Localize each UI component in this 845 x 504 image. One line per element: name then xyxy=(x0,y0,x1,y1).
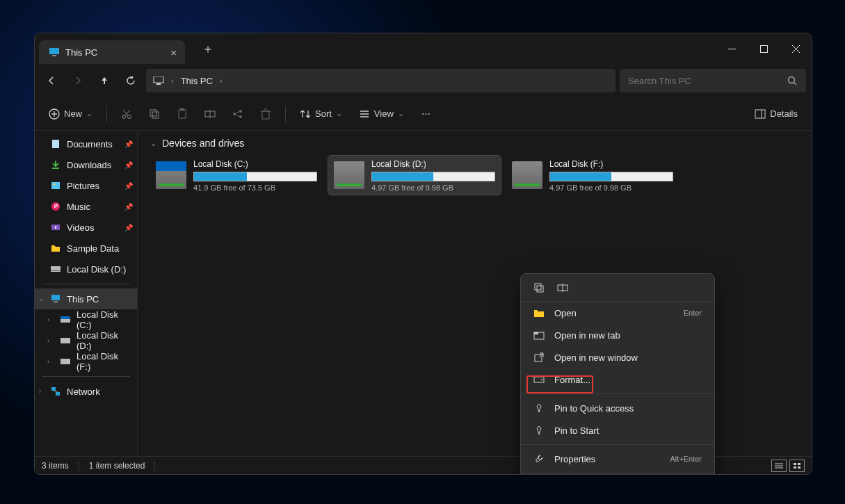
svg-line-9 xyxy=(794,83,797,86)
copy-icon[interactable] xyxy=(533,282,545,293)
new-tab-button[interactable]: ＋ xyxy=(196,38,220,60)
chevron-right-icon[interactable]: › xyxy=(39,388,41,395)
tab-this-pc[interactable]: This PC × xyxy=(39,40,185,64)
copy-button[interactable] xyxy=(142,102,167,126)
breadcrumb-location[interactable]: This PC xyxy=(181,76,213,86)
sidebar-item-this-pc[interactable]: ⌄This PC xyxy=(35,288,137,309)
sidebar-item-local-d-quick[interactable]: Local Disk (D:) xyxy=(35,259,137,279)
svg-rect-45 xyxy=(61,338,70,343)
svg-rect-35 xyxy=(51,182,60,189)
svg-rect-3 xyxy=(760,45,767,52)
drive-c[interactable]: Local Disk (C:) 41.9 GB free of 73.5 GB xyxy=(150,156,323,195)
sidebar: Documents📌 Downloads📌 Pictures📌 Music📌 V… xyxy=(35,131,138,456)
ctx-format[interactable]: Format... xyxy=(521,368,714,391)
pin-icon: 📌 xyxy=(124,224,133,231)
breadcrumb[interactable]: › This PC › xyxy=(146,69,615,92)
ctx-properties[interactable]: PropertiesAlt+Enter xyxy=(521,448,714,470)
status-items: 3 items xyxy=(42,461,69,471)
cut-button[interactable] xyxy=(114,102,139,126)
maximize-button[interactable] xyxy=(748,33,780,64)
svg-rect-0 xyxy=(49,48,59,54)
rename-button[interactable] xyxy=(198,102,223,126)
close-button[interactable] xyxy=(780,33,812,64)
list-view-button[interactable] xyxy=(771,460,787,472)
up-button[interactable] xyxy=(93,70,115,92)
paste-button[interactable] xyxy=(170,102,195,126)
more-button[interactable]: ⋯ xyxy=(414,102,439,126)
svg-rect-42 xyxy=(54,301,58,302)
svg-rect-55 xyxy=(534,332,538,334)
file-explorer-window: This PC × ＋ › This PC › New ⌄ xyxy=(34,33,812,475)
search-box[interactable] xyxy=(620,69,806,92)
svg-point-23 xyxy=(233,113,236,115)
share-button[interactable] xyxy=(225,102,250,126)
sidebar-item-downloads[interactable]: Downloads📌 xyxy=(35,154,137,175)
drive-icon xyxy=(60,335,71,346)
sidebar-item-sample-data[interactable]: Sample Data xyxy=(35,238,137,259)
chevron-right-icon[interactable]: › xyxy=(47,358,49,365)
sort-icon xyxy=(300,108,311,120)
ctx-pin-quick[interactable]: Pin to Quick access xyxy=(521,397,714,419)
music-icon xyxy=(50,201,61,212)
minimize-button[interactable] xyxy=(716,33,748,64)
details-pane-button[interactable]: Details xyxy=(748,102,805,126)
sort-button[interactable]: Sort ⌄ xyxy=(293,102,349,126)
storage-bar xyxy=(193,172,317,181)
ctx-open-win[interactable]: Open in new window xyxy=(521,346,714,368)
tab-close-icon[interactable]: × xyxy=(170,47,177,58)
svg-rect-66 xyxy=(794,463,796,465)
forward-button[interactable] xyxy=(67,70,89,92)
ctx-open-tab[interactable]: Open in new tab xyxy=(521,324,714,346)
search-input[interactable] xyxy=(628,76,781,86)
status-selected: 1 item selected xyxy=(89,461,145,471)
ctx-open[interactable]: OpenEnter xyxy=(521,302,714,324)
sidebar-item-local-d[interactable]: ›Local Disk (D:) xyxy=(35,330,137,351)
svg-point-24 xyxy=(239,110,242,113)
section-header[interactable]: ⌄ Devices and drives xyxy=(150,138,799,149)
sidebar-item-local-c[interactable]: ›Local Disk (C:) xyxy=(35,309,137,330)
chevron-right-icon[interactable]: › xyxy=(47,337,49,344)
chevron-down-icon: ⌄ xyxy=(86,109,92,118)
svg-rect-26 xyxy=(262,111,269,119)
sidebar-item-pictures[interactable]: Pictures📌 xyxy=(35,175,137,196)
chevron-down-icon[interactable]: ⌄ xyxy=(150,139,156,148)
pin-icon: 📌 xyxy=(124,203,133,211)
external-icon xyxy=(533,352,545,363)
svg-point-36 xyxy=(54,184,56,186)
grid-view-button[interactable] xyxy=(789,460,805,472)
sidebar-item-music[interactable]: Music📌 xyxy=(35,196,137,217)
chevron-down-icon[interactable]: ⌄ xyxy=(39,295,45,302)
svg-line-49 xyxy=(54,391,58,392)
refresh-button[interactable] xyxy=(120,70,142,92)
drive-icon xyxy=(334,161,364,189)
sidebar-item-documents[interactable]: Documents📌 xyxy=(35,133,137,154)
delete-button[interactable] xyxy=(253,102,278,126)
drive-d[interactable]: Local Disk (D:) 4.97 GB free of 9.98 GB xyxy=(328,156,501,195)
ellipsis-icon: ⋯ xyxy=(421,108,432,120)
rename-icon[interactable] xyxy=(557,282,568,293)
drive-icon xyxy=(512,161,542,189)
chevron-down-icon: ⌄ xyxy=(398,109,404,118)
drive-icon xyxy=(60,356,71,367)
ctx-pin-start[interactable]: Pin to Start xyxy=(521,419,714,441)
view-button[interactable]: View ⌄ xyxy=(352,102,411,126)
svg-rect-19 xyxy=(179,110,186,118)
new-button[interactable]: New ⌄ xyxy=(42,102,99,126)
trash-icon xyxy=(260,108,271,120)
drive-f[interactable]: Local Disk (F:) 4.97 GB free of 9.98 GB xyxy=(506,156,679,195)
document-icon xyxy=(50,138,61,149)
search-icon[interactable] xyxy=(787,75,798,86)
svg-rect-67 xyxy=(798,463,800,465)
back-button[interactable] xyxy=(40,70,63,92)
chevron-right-icon[interactable]: › xyxy=(47,316,49,323)
sidebar-item-local-f[interactable]: ›Local Disk (F:) xyxy=(35,351,137,372)
pin-icon: 📌 xyxy=(124,161,133,169)
chevron-right-icon[interactable]: › xyxy=(220,76,223,85)
sidebar-item-videos[interactable]: Videos📌 xyxy=(35,217,137,238)
svg-point-14 xyxy=(128,115,131,118)
view-icon xyxy=(359,108,370,120)
pin-icon xyxy=(533,403,545,414)
titlebar: This PC × ＋ xyxy=(35,33,812,64)
svg-rect-34 xyxy=(52,140,59,148)
sidebar-item-network[interactable]: ›Network xyxy=(35,381,137,402)
